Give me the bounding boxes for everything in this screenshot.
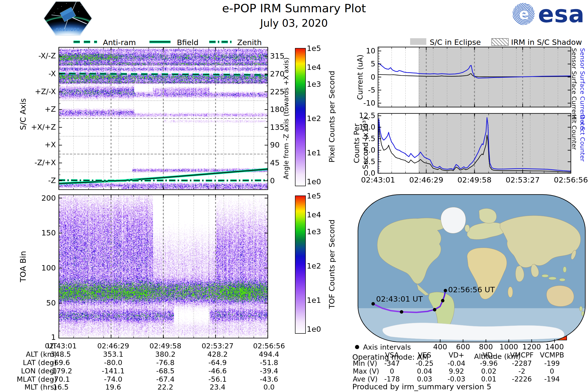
track-end-time: 02:56:56 UT xyxy=(448,285,495,294)
axis-intervals-label: Axis intervals xyxy=(363,343,411,351)
track-start-time: 02:43:01 UT xyxy=(376,294,423,303)
chart-layer: 02:43:01 UT 02:56:56 UT xyxy=(0,0,588,392)
counts-plot-eclipse-region xyxy=(418,114,571,173)
sc-axis-plot-overlay xyxy=(59,47,268,190)
island-indonesia-3 xyxy=(559,278,565,281)
operating-mode-label: Operating mode: AM xyxy=(352,353,428,362)
epop-irm-summary-page: { "header": { "title": "e-POP IRM Summar… xyxy=(0,0,588,392)
current-plot xyxy=(378,47,571,107)
continent-australia xyxy=(546,286,574,306)
toa-plot-overlay xyxy=(59,195,268,338)
axis-interval-dot xyxy=(400,310,403,314)
ground-track-map: 02:43:01 UT 02:56:56 UT xyxy=(356,194,587,343)
island-indonesia-2 xyxy=(548,277,556,280)
island-nz-1 xyxy=(580,306,582,311)
axis-interval-dot-icon xyxy=(355,345,359,349)
produced-by-label: Produced by irm_summary version 5 xyxy=(352,382,492,391)
axis-interval-dot xyxy=(372,302,375,306)
counts-plot xyxy=(378,114,571,173)
island-uk xyxy=(465,225,470,232)
island-indonesia-1 xyxy=(542,274,548,277)
continent-greenland xyxy=(441,207,466,233)
axis-interval-dot xyxy=(433,308,436,312)
island-philippines xyxy=(563,266,566,272)
axis-interval-dot xyxy=(441,299,444,302)
axis-interval-dot xyxy=(444,289,447,292)
island-madagascar xyxy=(508,287,513,298)
altitude-axis-label: Altitude (km) xyxy=(460,352,534,361)
